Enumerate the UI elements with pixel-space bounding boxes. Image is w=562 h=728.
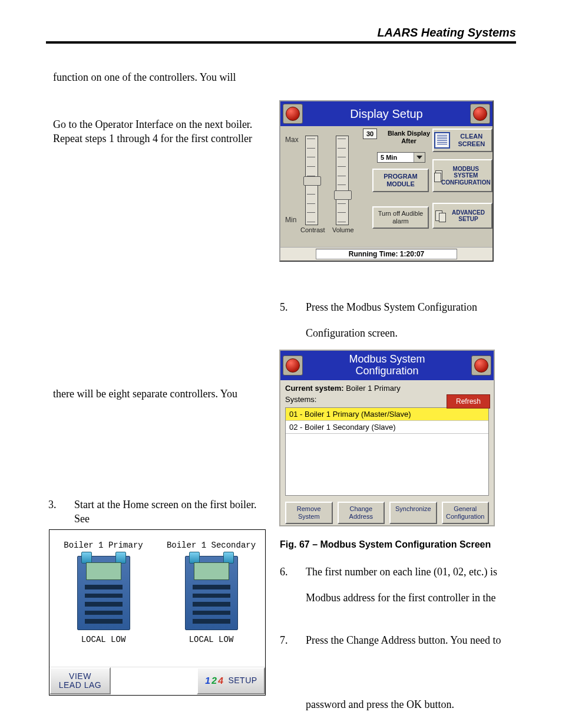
setup-label: SETUP (228, 676, 257, 685)
list-num-5: 5. (280, 298, 292, 317)
boiler-device-icon[interactable] (77, 556, 130, 630)
modbus-title-1: Modbus System (303, 354, 471, 365)
list-text-5a: Press the Modbus System Configuration (306, 298, 515, 317)
left-para-1: function on one of the controllers. You … (53, 70, 265, 84)
volume-slider[interactable] (336, 136, 349, 225)
home-icon[interactable] (283, 104, 303, 124)
page-header: LAARS Heating Systems (46, 26, 516, 39)
fig-67-caption: Fig. 67 – Modbus System Configuration Sc… (280, 539, 491, 550)
list-text-7a: Press the Change Address button. You nee… (306, 631, 515, 650)
advanced-setup-button[interactable]: ADVANCED SETUP (432, 203, 492, 229)
label-min: Min (285, 216, 296, 224)
header-rule (46, 41, 516, 44)
list-text-6b: Modbus address for the first controller … (280, 589, 541, 607)
list-text-3: Start at the Home screen on the first bo… (74, 498, 267, 526)
screen-icon (434, 132, 450, 149)
dropdown-value: 5 Min (378, 153, 414, 162)
label-blank-after: Blank Display After (385, 130, 432, 145)
display-titlebar: Display Setup (280, 101, 492, 126)
list-num-7: 7. (280, 631, 292, 650)
local-low-2: LOCAL LOW (157, 635, 265, 644)
label-contrast: Contrast (300, 226, 325, 233)
blank-after-dropdown[interactable]: 5 Min (377, 152, 425, 163)
back-icon[interactable] (470, 104, 490, 124)
program-module-button[interactable]: PROGRAM MODULE (372, 169, 429, 192)
list-num-3: 3. (48, 498, 60, 526)
modbus-title: Modbus System Configuration (303, 354, 471, 377)
label-volume: Volume (332, 226, 354, 233)
home-col-2: Boiler 1 Secondary LOCAL LOW (157, 530, 265, 667)
local-low-1: LOCAL LOW (49, 635, 157, 644)
change-address-button[interactable]: Change Address (338, 502, 385, 524)
home-icon[interactable] (283, 355, 303, 375)
setup-123-icon: 124 (204, 673, 224, 689)
chevron-down-icon (414, 153, 425, 162)
left-para-2: Go to the Operator Interface on the next… (53, 117, 265, 146)
home-bar-gap (111, 667, 197, 694)
modbus-title-2: Configuration (303, 365, 471, 377)
system-row-2[interactable]: 02 - Boiler 1 Secondary (Slave) (286, 421, 488, 434)
list-num-6: 6. (280, 563, 292, 581)
list-text-6a: The first number on each line (01, 02, e… (306, 563, 515, 581)
view-lead-lag-button[interactable]: VIEW LEAD LAG (49, 667, 111, 694)
current-system-value: Boiler 1 Primary (346, 384, 400, 393)
config-icon (434, 170, 441, 181)
remove-system-button[interactable]: Remove System (285, 502, 333, 524)
systems-list[interactable]: 01 - Boiler 1 Primary (Master/Slave) 02 … (285, 407, 489, 496)
modbus-titlebar: Modbus System Configuration (280, 351, 494, 380)
setup-button[interactable]: 124 SETUP (197, 667, 265, 694)
list-text-5b: Configuration screen. (280, 324, 541, 342)
list-text-7b: password and press the OK button. (280, 696, 541, 714)
label-max: Max (285, 136, 299, 144)
system-row-1[interactable]: 01 - Boiler 1 Primary (Master/Slave) (286, 408, 488, 421)
figure-modbus-config: Modbus System Configuration Current syst… (279, 350, 495, 526)
modbus-config-button[interactable]: MODBUS SYSTEM CONFIGURATION (432, 159, 492, 192)
general-config-button[interactable]: General Configuration (442, 502, 490, 524)
current-system-line: Current system: Boiler 1 Primary (285, 384, 489, 393)
refresh-button[interactable]: Refresh (447, 394, 490, 409)
right-item-6: 6. The first number on each line (01, 02… (280, 563, 515, 581)
turn-off-alarm-button[interactable]: Turn off Audible alarm (372, 206, 429, 229)
left-para-3: there will be eight separate controllers… (53, 387, 265, 401)
right-item-5: 5. Press the Modbus System Configuration (280, 298, 515, 317)
clean-screen-button[interactable]: CLEAN SCREEN (432, 129, 492, 152)
left-item-3: 3. Start at the Home screen on the first… (48, 498, 267, 526)
modbus-config-label: MODBUS SYSTEM CONFIGURATION (441, 166, 491, 186)
figure-home-screen: Boiler 1 Primary LOCAL LOW Boiler 1 Seco… (49, 529, 266, 696)
numeric-value[interactable]: 30 (363, 129, 377, 139)
boiler-device-icon[interactable] (185, 556, 238, 630)
display-title: Display Setup (303, 107, 470, 121)
contrast-slider[interactable] (305, 136, 318, 225)
synchronize-button[interactable]: Synchronize (389, 502, 437, 524)
home-col-1: Boiler 1 Primary LOCAL LOW (49, 530, 157, 667)
clean-screen-label: CLEAN SCREEN (452, 133, 491, 147)
right-item-7: 7. Press the Change Address button. You … (280, 631, 515, 650)
running-time: Running Time: 1:20:07 (316, 249, 457, 259)
figure-display-setup: Display Setup Max Min Contrast Volume 30… (279, 100, 494, 262)
current-system-label: Current system: (285, 384, 344, 393)
config-icon (434, 210, 446, 221)
back-icon[interactable] (471, 355, 491, 375)
boiler1-primary-label: Boiler 1 Primary (49, 541, 157, 550)
advanced-setup-label: ADVANCED SETUP (446, 209, 491, 223)
boiler1-secondary-label: Boiler 1 Secondary (157, 541, 265, 550)
